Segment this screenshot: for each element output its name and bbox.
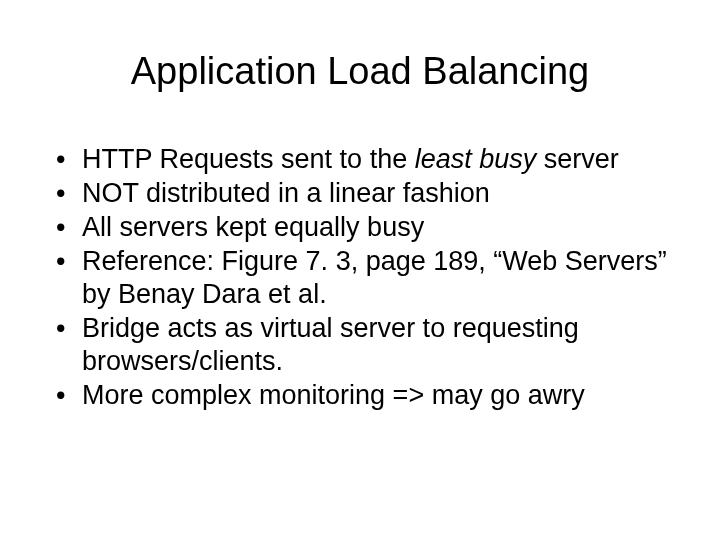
list-item: Reference: Figure 7. 3, page 189, “Web S… [50,245,690,311]
bullet-text-pre: More complex monitoring => may go awry [82,380,585,410]
list-item: Bridge acts as virtual server to request… [50,312,690,378]
bullet-text-pre: NOT distributed in a linear fashion [82,178,490,208]
bullet-text-pre: HTTP Requests sent to the [82,144,415,174]
list-item: HTTP Requests sent to the least busy ser… [50,143,690,176]
bullet-list: HTTP Requests sent to the least busy ser… [30,143,690,412]
bullet-text-pre: All servers kept equally busy [82,212,424,242]
list-item: NOT distributed in a linear fashion [50,177,690,210]
bullet-text-pre: Bridge acts as virtual server to request… [82,313,579,376]
bullet-text-italic: least busy [415,144,537,174]
list-item: All servers kept equally busy [50,211,690,244]
bullet-text-pre: Reference: Figure 7. 3, page 189, “Web S… [82,246,667,309]
list-item: More complex monitoring => may go awry [50,379,690,412]
slide-title: Application Load Balancing [30,50,690,93]
bullet-text-post: server [536,144,619,174]
